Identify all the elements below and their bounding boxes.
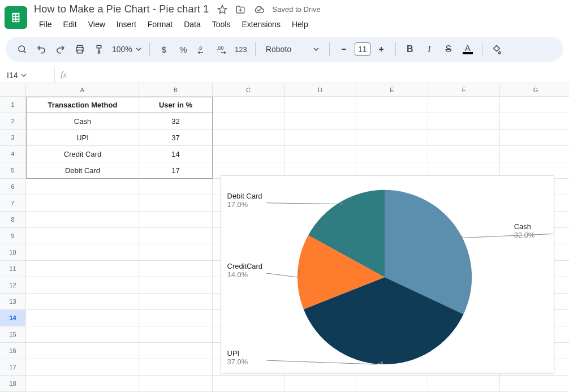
text-color-button[interactable]: A <box>459 41 476 58</box>
cell-A17[interactable] <box>26 359 139 376</box>
cell-A2[interactable]: Cash <box>26 113 139 130</box>
cell-B3[interactable]: 37 <box>139 130 213 146</box>
row-header-15[interactable]: 15 <box>0 326 26 343</box>
menu-extensions[interactable]: Extensions <box>236 18 285 31</box>
row-header-13[interactable]: 13 <box>0 294 26 310</box>
cell-A15[interactable] <box>26 326 139 343</box>
strikethrough-button[interactable]: S <box>440 41 457 58</box>
col-header-C[interactable]: C <box>213 83 284 97</box>
cell-G3[interactable] <box>500 130 569 146</box>
cell-E3[interactable] <box>356 130 428 146</box>
cell-C1[interactable] <box>213 97 284 113</box>
menu-data[interactable]: Data <box>179 18 206 31</box>
cell-A8[interactable] <box>26 212 139 228</box>
bold-button[interactable]: B <box>402 41 419 58</box>
decrease-decimal-icon[interactable]: .0 <box>194 41 211 58</box>
cell-A13[interactable] <box>26 294 139 310</box>
name-box[interactable]: I14 <box>5 71 50 80</box>
cell-D3[interactable] <box>284 130 356 146</box>
row-header-14[interactable]: 14 <box>0 310 26 326</box>
cell-A18[interactable] <box>26 376 139 392</box>
cloud-saved-icon[interactable] <box>253 4 265 15</box>
decrease-font-icon[interactable] <box>335 41 352 58</box>
cell-D18[interactable] <box>284 376 356 392</box>
select-all-corner[interactable] <box>0 83 26 97</box>
paint-format-icon[interactable] <box>90 41 107 58</box>
row-header-5[interactable]: 5 <box>0 162 26 179</box>
cell-C2[interactable] <box>213 113 284 130</box>
col-header-F[interactable]: F <box>428 83 500 97</box>
cell-B7[interactable] <box>139 195 213 212</box>
cell-G1[interactable] <box>500 97 569 113</box>
cell-A1[interactable]: Transaction Method <box>26 97 139 113</box>
cell-B14[interactable] <box>139 310 213 326</box>
row-header-18[interactable]: 18 <box>0 376 26 392</box>
cell-D2[interactable] <box>284 113 356 130</box>
col-header-G[interactable]: G <box>500 83 569 97</box>
move-icon[interactable] <box>235 5 245 15</box>
cell-A3[interactable]: UPI <box>26 130 139 146</box>
cell-A5[interactable]: Debit Card <box>26 162 139 179</box>
row-header-10[interactable]: 10 <box>0 244 26 261</box>
row-header-9[interactable]: 9 <box>0 228 26 244</box>
cell-A11[interactable] <box>26 261 139 277</box>
menu-format[interactable]: Format <box>143 18 178 31</box>
cell-F3[interactable] <box>428 130 500 146</box>
cell-E4[interactable] <box>356 146 428 162</box>
col-header-E[interactable]: E <box>356 83 428 97</box>
cell-G18[interactable] <box>500 376 569 392</box>
redo-icon[interactable] <box>52 41 69 58</box>
cell-B17[interactable] <box>139 359 213 376</box>
cell-B8[interactable] <box>139 212 213 228</box>
cell-B6[interactable] <box>139 179 213 195</box>
row-header-16[interactable]: 16 <box>0 343 26 359</box>
col-header-A[interactable]: A <box>26 83 139 97</box>
increase-decimal-icon[interactable]: .00 <box>213 41 230 58</box>
cell-A16[interactable] <box>26 343 139 359</box>
cell-B10[interactable] <box>139 244 213 261</box>
doc-title[interactable]: How to Make a Pie Chart - Pie chart 1 <box>34 3 209 15</box>
cell-E2[interactable] <box>356 113 428 130</box>
currency-button[interactable]: $ <box>156 41 173 58</box>
row-header-4[interactable]: 4 <box>0 146 26 162</box>
cell-C4[interactable] <box>213 146 284 162</box>
search-icon[interactable] <box>14 41 31 58</box>
cell-E18[interactable] <box>356 376 428 392</box>
cell-B18[interactable] <box>139 376 213 392</box>
italic-button[interactable]: I <box>421 41 438 58</box>
zoom-select[interactable]: 100% <box>110 45 144 54</box>
undo-icon[interactable] <box>33 41 50 58</box>
cell-B12[interactable] <box>139 277 213 294</box>
cell-B5[interactable]: 17 <box>139 162 213 179</box>
formula-bar[interactable]: fx <box>54 67 67 83</box>
menu-insert[interactable]: Insert <box>111 18 141 31</box>
cell-C3[interactable] <box>213 130 284 146</box>
col-header-B[interactable]: B <box>139 83 213 97</box>
menu-help[interactable]: Help <box>287 18 313 31</box>
menu-tools[interactable]: Tools <box>207 18 236 31</box>
menu-file[interactable]: File <box>34 18 57 31</box>
cell-A7[interactable] <box>26 195 139 212</box>
cell-B15[interactable] <box>139 326 213 343</box>
cell-F2[interactable] <box>428 113 500 130</box>
cell-B1[interactable]: User in % <box>139 97 213 113</box>
cell-F1[interactable] <box>428 97 500 113</box>
cell-B2[interactable]: 32 <box>139 113 213 130</box>
row-header-1[interactable]: 1 <box>0 97 26 113</box>
col-header-D[interactable]: D <box>284 83 356 97</box>
cell-B4[interactable]: 14 <box>139 146 213 162</box>
font-select[interactable]: Roboto <box>261 45 324 54</box>
cell-D1[interactable] <box>284 97 356 113</box>
row-header-12[interactable]: 12 <box>0 277 26 294</box>
cell-C18[interactable] <box>213 376 284 392</box>
increase-font-icon[interactable] <box>373 41 390 58</box>
cell-A9[interactable] <box>26 228 139 244</box>
cell-G2[interactable] <box>500 113 569 130</box>
star-icon[interactable] <box>217 5 227 15</box>
row-header-6[interactable]: 6 <box>0 179 26 195</box>
cell-D4[interactable] <box>284 146 356 162</box>
row-header-7[interactable]: 7 <box>0 195 26 212</box>
cell-B16[interactable] <box>139 343 213 359</box>
row-header-2[interactable]: 2 <box>0 113 26 130</box>
row-header-8[interactable]: 8 <box>0 212 26 228</box>
